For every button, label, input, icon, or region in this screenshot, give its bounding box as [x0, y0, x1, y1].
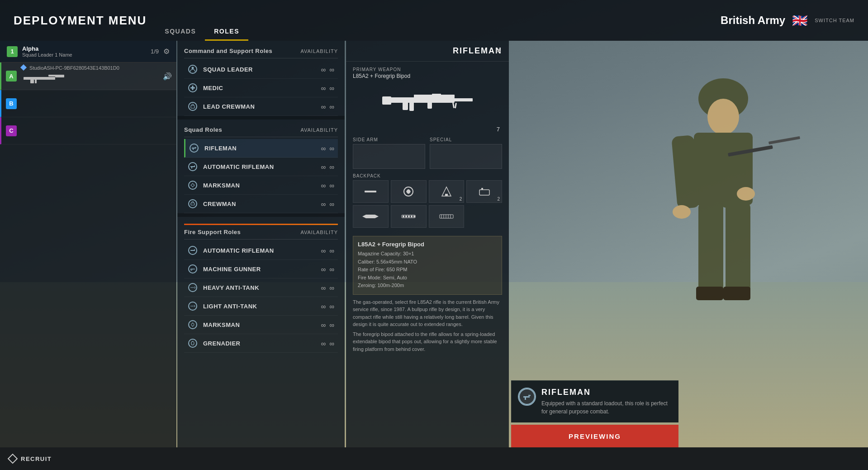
svg-point-26	[191, 323, 194, 326]
heavy-at-avail1: ∞	[321, 284, 326, 292]
weapon-info-box: L85A2 + Foregrip Bipod Magazine Capacity…	[353, 236, 502, 295]
sidearm-label: SIDE ARM	[353, 137, 425, 142]
recruit-label: RECRUIT	[21, 456, 52, 462]
svg-rect-67	[696, 287, 723, 300]
grenadier-avail1: ∞	[321, 340, 326, 347]
crewman-label: CREWMAN	[203, 201, 314, 207]
svg-rect-32	[446, 98, 473, 101]
squad-number: 1	[7, 46, 18, 57]
backpack-item-2: 2	[429, 180, 465, 203]
switch-team-button[interactable]: SWITCH TEAM	[815, 18, 854, 23]
role-light-at[interactable]: LIGHT ANTI-TANK ∞ ∞	[184, 297, 338, 316]
fs-auto-rifleman-avail2: ∞	[329, 247, 334, 254]
command-availability-label: AVAILABILITY	[300, 48, 338, 54]
role-rifleman[interactable]: RIFLEMAN ∞ ∞	[184, 139, 338, 158]
squad-slot-b[interactable]: B	[0, 90, 176, 117]
svg-point-25	[191, 269, 192, 271]
crewman-avail1: ∞	[321, 200, 326, 208]
lead-crewman-avail2: ∞	[329, 103, 334, 110]
svg-point-64	[737, 187, 755, 201]
squad-availability-label: AVAILABILITY	[300, 127, 338, 133]
role-detail-title: RIFLEMAN	[453, 46, 502, 56]
squad-roles-section: Squad Roles AVAILABILITY RIFLEMAN ∞ ∞ AU…	[177, 120, 345, 213]
fire-support-bar	[184, 224, 338, 225]
squad-roles-header: Squad Roles AVAILABILITY	[184, 126, 338, 137]
grenadier-avail2: ∞	[329, 340, 334, 347]
squad-slot-a[interactable]: A StudioASH-PC-9BF6280543E143B01D0	[0, 62, 176, 90]
role-machine-gunner[interactable]: MACHINE GUNNER ∞ ∞	[184, 260, 338, 278]
medic-avail1: ∞	[321, 84, 326, 92]
role-fs-automatic-rifleman[interactable]: AUTOMATIC RIFLEMAN ∞ ∞	[184, 241, 338, 260]
auto-rifleman-avail2: ∞	[329, 163, 334, 171]
svg-rect-34	[382, 96, 391, 105]
light-at-avail1: ∞	[321, 302, 326, 310]
role-crewman[interactable]: CREWMAN ∞ ∞	[184, 195, 338, 213]
svg-point-29	[191, 341, 194, 345]
role-heavy-at[interactable]: HEAVY ANTI-TANK ∞ ∞	[184, 278, 338, 297]
slot-weapon-a	[21, 72, 163, 87]
team-flag: 🇬🇧	[792, 13, 808, 28]
lead-crewman-avail1: ∞	[321, 103, 326, 110]
backpack-item-count-2: 2	[460, 197, 462, 201]
svg-point-16	[191, 184, 194, 187]
role-fs-marksman[interactable]: MARKSMAN ∞ ∞	[184, 316, 338, 334]
backpack-label: BACKPACK	[353, 173, 502, 178]
tab-squads[interactable]: SQUADS	[156, 23, 205, 41]
backpack-item-6	[429, 205, 465, 228]
svg-rect-37	[427, 102, 432, 109]
tab-roles[interactable]: ROLES	[205, 23, 248, 41]
slot-volume-icon[interactable]: 🔊	[163, 72, 172, 81]
squad-roles-title: Squad Roles	[184, 126, 222, 133]
top-bar-right: British Army 🇬🇧 SWITCH TEAM	[721, 13, 854, 28]
fire-support-section: Fire Support Roles AVAILABILITY AUTOMATI…	[177, 217, 345, 353]
svg-rect-12	[193, 149, 194, 150]
machine-gunner-label: MACHINE GUNNER	[203, 266, 314, 273]
light-at-avail2: ∞	[329, 302, 334, 310]
svg-rect-50	[411, 216, 413, 217]
heavy-at-avail2: ∞	[329, 284, 334, 292]
squad-name: Alpha	[22, 45, 151, 52]
weapon-desc-2: The foregrip bipod attached to the rifle…	[353, 331, 502, 353]
chevron-up-icon[interactable]: ▲	[496, 46, 502, 53]
grenadier-label: GRENADIER	[203, 340, 314, 347]
role-squad-leader[interactable]: SQUAD LEADER ∞ ∞	[184, 60, 338, 79]
backpack-item-4	[353, 205, 389, 228]
svg-rect-4	[24, 78, 26, 80]
backpack-section: BACKPACK 2 2	[346, 171, 509, 232]
settings-icon[interactable]: ⚙	[163, 47, 170, 56]
role-grenadier[interactable]: GRENADIER ∞ ∞	[184, 334, 338, 353]
svg-rect-65	[698, 203, 723, 293]
slot-content-a: StudioASH-PC-9BF6280543E143B01D0	[21, 65, 163, 87]
svg-rect-23	[194, 249, 195, 250]
recruit-diamond-icon	[8, 454, 18, 464]
squad-slot-c[interactable]: C	[0, 117, 176, 144]
rifleman-icon	[189, 143, 199, 153]
medic-icon	[188, 83, 198, 93]
section-sep-2	[177, 213, 345, 217]
fs-auto-rifleman-label: AUTOMATIC RIFLEMAN	[203, 247, 314, 254]
svg-rect-15	[191, 167, 192, 168]
svg-rect-11	[195, 147, 196, 148]
slot-label-a: A	[6, 71, 17, 82]
role-medic[interactable]: MEDIC ∞ ∞	[184, 79, 338, 97]
primary-weapon-name: L85A2 + Foregrip Bipod	[353, 73, 502, 79]
squad-panel: 1 Alpha Squad Leader 1 Name 1/9 ⚙ A Stud…	[0, 41, 176, 447]
squad-leader-name: Squad Leader 1 Name	[22, 52, 151, 58]
special-box	[430, 144, 502, 169]
svg-rect-51	[413, 216, 415, 217]
svg-rect-5	[55, 76, 64, 77]
squad-leader-icon	[188, 64, 198, 74]
roles-panel: Command and Support Roles AVAILABILITY S…	[177, 41, 345, 447]
app-title: DEPLOYMENT MENU	[14, 14, 147, 28]
role-lead-crewman[interactable]: LEAD CREWMAN ∞ ∞	[184, 97, 338, 116]
svg-rect-49	[408, 216, 410, 217]
role-card: RIFLEMAN Equipped with a standard loadou…	[511, 380, 678, 422]
preview-button[interactable]: PREVIEWING	[511, 425, 678, 447]
svg-rect-31	[382, 97, 455, 103]
role-marksman[interactable]: MARKSMAN ∞ ∞	[184, 176, 338, 195]
role-automatic-rifleman[interactable]: AUTOMATIC RIFLEMAN ∞ ∞	[184, 158, 338, 176]
lead-crewman-label: LEAD CREWMAN	[203, 103, 314, 110]
svg-rect-71	[523, 396, 530, 398]
grenadier-icon	[188, 338, 198, 348]
fire-support-availability-label: AVAILABILITY	[300, 230, 338, 235]
